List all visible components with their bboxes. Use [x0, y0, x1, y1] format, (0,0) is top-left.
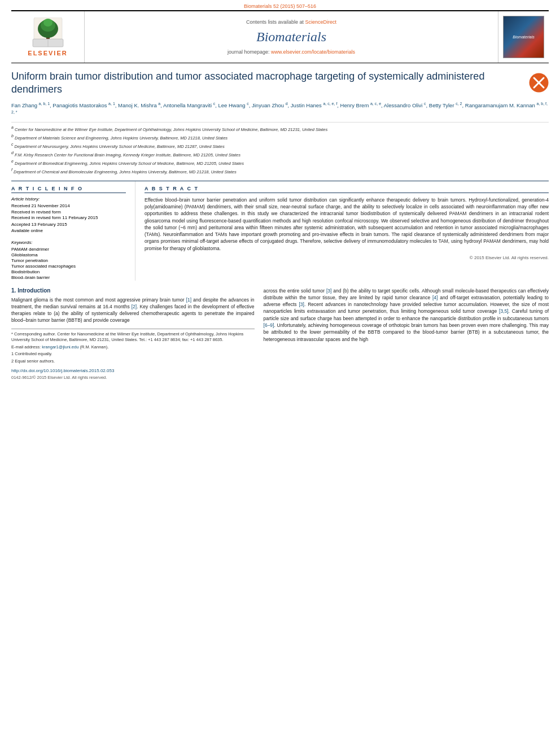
sciencedirect-link[interactable]: ScienceDirect [305, 19, 337, 25]
publisher-logo-area: ELSEVIER [11, 11, 85, 63]
main-content-section: 1. Introduction Malignant glioma is the … [11, 287, 549, 381]
affiliations-section: a Center for Nanomedicine at the Wilmer … [11, 122, 549, 175]
affiliation-a: a Center for Nanomedicine at the Wilmer … [11, 125, 549, 133]
received-date: Received 21 November 2014 [11, 203, 126, 209]
svg-point-4 [43, 19, 53, 27]
page-container: Biomaterials 52 (2015) 507–516 [0, 0, 560, 381]
article-info-header: A R T I C L E I N F O [11, 186, 126, 193]
article-history-label: Article history: [11, 196, 126, 202]
affiliation-d: d F.M. Kirby Research Center for Functio… [11, 150, 549, 158]
available-online: Available online [11, 228, 126, 234]
footnote-email: E-mail address: krangar1@jluni.edu (R.M.… [11, 344, 255, 351]
accepted-date: Accepted 13 February 2015 [11, 222, 126, 228]
footnote-corresponding: * Corresponding author. Center for Nanom… [11, 331, 255, 343]
journal-header: ELSEVIER Contents lists available at Sci… [11, 10, 549, 63]
revised-date: Received in revised form Received in rev… [11, 209, 126, 221]
article-info-column: A R T I C L E I N F O Article history: R… [11, 181, 135, 281]
authors-section: Fan Zhang a, b, 1, Panagiotis Mastorakos… [11, 101, 549, 119]
article-title-section: Uniform brain tumor distribution and tum… [11, 70, 549, 97]
footnote-2: 2 Equal senior authors. [11, 359, 255, 365]
authors-list: Fan Zhang a, b, 1, Panagiotis Mastorakos… [11, 101, 549, 119]
affiliation-f: f Department of Chemical and Biomolecula… [11, 167, 549, 175]
journal-title: Biomaterials [256, 29, 326, 45]
affiliation-b: b Department of Materials Science and En… [11, 133, 549, 141]
elsevier-logo: ELSEVIER [28, 18, 67, 56]
right-content-column: across the entire solid tumor [3] and (b… [264, 287, 549, 381]
journal-homepage-line: journal homepage: www.elsevier.com/locat… [228, 49, 355, 55]
copyright-line: © 2015 Elsevier Ltd. All rights reserved… [145, 255, 549, 260]
keyword-3: Tumor penetration [11, 258, 126, 263]
introduction-left-text: Malignant glioma is the most common and … [11, 296, 255, 324]
contents-label: Contents lists available at [246, 19, 304, 25]
keywords-label: Keywords: [11, 240, 126, 245]
elsevier-brand-text: ELSEVIER [28, 50, 67, 56]
doi-link[interactable]: http://dx.doi.org/10.1016/j.biomaterials… [11, 368, 255, 374]
article-info-abstract-section: A R T I C L E I N F O Article history: R… [11, 181, 549, 281]
affiliation-c: c Department of Neurosurgery, Johns Hopk… [11, 142, 549, 150]
crossmark-badge[interactable] [529, 73, 549, 93]
left-content-column: 1. Introduction Malignant glioma is the … [11, 287, 255, 381]
article-title: Uniform brain tumor distribution and tum… [11, 70, 529, 97]
keyword-5: Biodistribution [11, 269, 126, 274]
introduction-right-text: across the entire solid tumor [3] and (b… [264, 287, 549, 343]
footnotes-section: * Corresponding author. Center for Nanom… [11, 329, 255, 381]
introduction-heading: 1. Introduction [11, 287, 255, 294]
elsevier-tree-icon [28, 18, 68, 49]
affiliation-e: e Department of Biomedical Engineering, … [11, 159, 549, 167]
issn-text: 0142-9612/© 2015 Elsevier Ltd. All right… [11, 375, 255, 381]
journal-info-center: Contents lists available at ScienceDirec… [85, 11, 498, 63]
journal-cover-thumbnail: Biomaterials [503, 16, 544, 58]
corresponding-email: krangar1@jluni.edu [42, 344, 78, 350]
contents-available-line: Contents lists available at ScienceDirec… [246, 19, 336, 25]
journal-reference-line: Biomaterials 52 (2015) 507–516 [0, 0, 560, 10]
homepage-url[interactable]: www.elsevier.com/locate/biomaterials [271, 49, 355, 55]
keyword-4: Tumor associated macrophages [11, 264, 126, 269]
homepage-label: journal homepage: [228, 49, 270, 55]
keyword-6: Blood–brain barrier [11, 275, 126, 280]
journal-reference-text: Biomaterials 52 (2015) 507–516 [244, 3, 316, 9]
journal-thumb-label: Biomaterials [513, 35, 535, 39]
keywords-section: Keywords: PAMAM dendrimer Glioblastoma T… [11, 240, 126, 280]
keyword-2: Glioblastoma [11, 252, 126, 257]
journal-thumbnail-area: Biomaterials [498, 11, 549, 63]
keyword-1: PAMAM dendrimer [11, 247, 126, 252]
footnote-1: 1 Contributed equally. [11, 351, 255, 357]
abstract-header: A B S T R A C T [145, 186, 549, 193]
abstract-column: A B S T R A C T Effective blood–brain tu… [135, 181, 549, 281]
abstract-text: Effective blood–brain tumor barrier pene… [145, 196, 549, 252]
